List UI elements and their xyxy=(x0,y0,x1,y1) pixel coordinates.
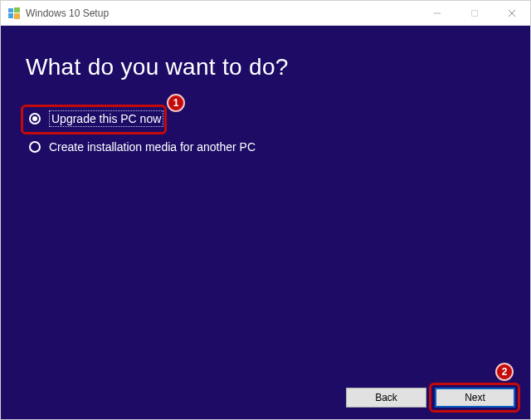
radio-unselected-icon xyxy=(29,141,41,153)
svg-rect-3 xyxy=(14,13,20,19)
close-button[interactable] xyxy=(493,1,530,25)
setup-window: Windows 10 Setup What do you want to do?… xyxy=(0,0,531,420)
annotation-marker-1: 1 xyxy=(167,94,185,112)
next-button[interactable]: Next xyxy=(435,388,515,408)
option-label: Create installation media for another PC xyxy=(49,140,256,154)
option-create-media[interactable]: Create installation media for another PC xyxy=(29,140,505,154)
svg-rect-0 xyxy=(8,8,13,12)
option-upgrade-now[interactable]: Upgrade this PC now xyxy=(29,110,505,127)
back-button[interactable]: Back xyxy=(346,388,426,408)
options-group: Upgrade this PC now Create installation … xyxy=(26,110,505,154)
page-heading: What do you want to do? xyxy=(26,54,505,81)
annotation-marker-2: 2 xyxy=(495,363,514,381)
window-controls xyxy=(418,1,530,25)
svg-rect-2 xyxy=(8,13,13,18)
window-title: Windows 10 Setup xyxy=(26,7,109,19)
svg-rect-1 xyxy=(14,7,20,12)
focus-indicator: Upgrade this PC now xyxy=(49,110,163,127)
radio-selected-icon xyxy=(29,113,41,125)
maximize-button xyxy=(455,1,493,25)
svg-rect-5 xyxy=(471,10,477,16)
content-area: What do you want to do? Upgrade this PC … xyxy=(1,26,530,419)
app-icon xyxy=(7,7,21,20)
footer-buttons: Back Next xyxy=(346,388,515,408)
titlebar[interactable]: Windows 10 Setup xyxy=(1,1,530,26)
option-label: Upgrade this PC now xyxy=(51,112,161,125)
minimize-button[interactable] xyxy=(418,1,455,25)
